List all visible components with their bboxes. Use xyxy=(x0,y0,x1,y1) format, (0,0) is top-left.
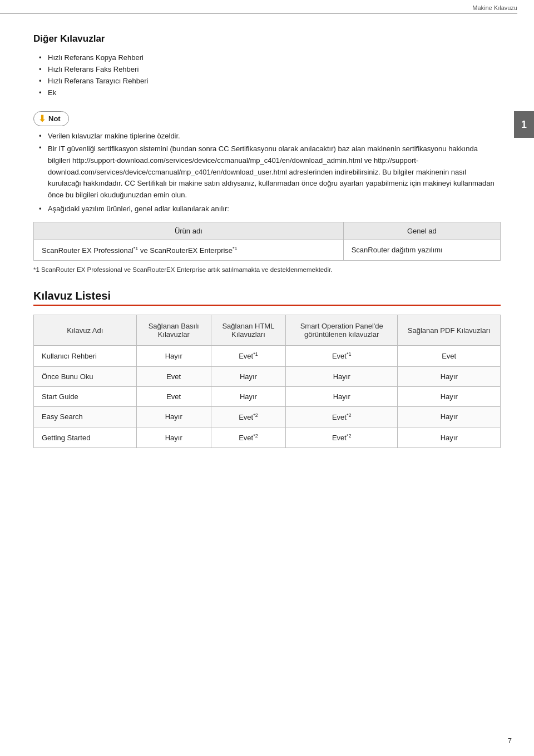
list-item: Ek xyxy=(39,88,501,97)
kilavuz-col4-2: Hayır xyxy=(398,386,501,406)
kilavuz-table: Kılavuz Adı Sağlanan Basılı Kılavuzlar S… xyxy=(33,315,501,448)
kilavuz-col2-1: Hayır xyxy=(211,366,285,386)
kilavuz-col1-2: Evet xyxy=(136,386,211,406)
note-icon: ⬇ xyxy=(38,113,46,124)
kilavuz-col4-1: Hayır xyxy=(398,366,501,386)
product-table: Ürün adı Genel ad ScanRouter EX Professi… xyxy=(33,222,501,261)
main-content: Diğer Kılavuzlar Hızlı Referans Kopya Re… xyxy=(33,22,501,448)
page-number-tab: 1 xyxy=(514,111,534,138)
table-row: Getting Started Hayır Evet*2 Evet*2 Hayı… xyxy=(34,427,501,447)
table-row: Kullanıcı Rehberi Hayır Evet*1 Evet*1 Ev… xyxy=(34,346,501,366)
note-box: ⬇ Not xyxy=(33,111,69,126)
table-row: Önce Bunu Oku Evet Hayır Hayır Hayır xyxy=(34,366,501,386)
table-row: Easy Search Hayır Evet*2 Evet*2 Hayır xyxy=(34,406,501,427)
kilavuz-col3-1: Hayır xyxy=(286,366,398,386)
kilavuz-col3-2: Hayır xyxy=(286,386,398,406)
table-row: ScanRouter EX Professional*1 ve ScanRout… xyxy=(34,240,501,260)
kilavuz-col4-0: Evet xyxy=(398,346,501,366)
note-label: Not xyxy=(48,115,61,123)
kilavuz-col-header-3: Smart Operation Panel'de görüntülenen kı… xyxy=(286,315,398,346)
kilavuz-col2-4: Evet*2 xyxy=(211,427,285,447)
kilavuz-col-header-2: Sağlanan HTML Kılavuzları xyxy=(211,315,285,346)
kilavuz-col4-3: Hayır xyxy=(398,406,501,427)
product-name: ScanRouter EX Professional*1 ve ScanRout… xyxy=(34,240,344,260)
footer-page-number: 7 xyxy=(508,737,512,745)
other-guides-list: Hızlı Referans Kopya Rehberi Hızlı Refer… xyxy=(33,53,501,97)
kilavuz-col-header-1: Sağlanan Basılı Kılavuzlar xyxy=(136,315,211,346)
kilavuz-col1-4: Hayır xyxy=(136,427,211,447)
list-item: Hızlı Referans Kopya Rehberi xyxy=(39,53,501,62)
note-bullet-2: Bir IT güvenliği sertifikasyon sistemini… xyxy=(39,143,501,201)
page-header: Makine Kılavuzu xyxy=(0,4,517,14)
kilavuz-col4-4: Hayır xyxy=(398,427,501,447)
kilavuz-name-0: Kullanıcı Rehberi xyxy=(34,346,137,366)
list-item: Hızlı Referans Faks Rehberi xyxy=(39,65,501,73)
kilavuz-col1-0: Hayır xyxy=(136,346,211,366)
product-footnote: *1 ScanRouter EX Professional ve ScanRou… xyxy=(33,266,501,273)
kilavuz-col3-0: Evet*1 xyxy=(286,346,398,366)
product-table-header-product: Ürün adı xyxy=(34,222,344,240)
kilavuz-name-3: Easy Search xyxy=(34,406,137,427)
kilavuz-section-title: Kılavuz Listesi xyxy=(33,290,111,302)
kilavuz-col3-3: Evet*2 xyxy=(286,406,398,427)
kilavuz-col1-3: Hayır xyxy=(136,406,211,427)
general-name: ScanRouter dağıtım yazılımı xyxy=(343,240,500,260)
kilavuz-header: Kılavuz Listesi xyxy=(33,290,501,306)
note-bullet-3: Aşağıdaki yazılım ürünleri, genel adlar … xyxy=(39,205,501,213)
kilavuz-col2-0: Evet*1 xyxy=(211,346,285,366)
page-number: 1 xyxy=(521,119,527,131)
list-item: Hızlı Referans Tarayıcı Rehberi xyxy=(39,77,501,85)
note-bullets: Verilen kılavuzlar makine tiplerine özel… xyxy=(33,132,501,213)
other-guides-title: Diğer Kılavuzlar xyxy=(33,33,501,44)
kilavuz-col2-2: Hayır xyxy=(211,386,285,406)
kilavuz-name-2: Start Guide xyxy=(34,386,137,406)
kilavuz-col3-4: Evet*2 xyxy=(286,427,398,447)
kilavuz-col1-1: Evet xyxy=(136,366,211,386)
kilavuz-col2-3: Evet*2 xyxy=(211,406,285,427)
kilavuz-section: Kılavuz Listesi Kılavuz Adı Sağlanan Bas… xyxy=(33,290,501,448)
table-row: Start Guide Evet Hayır Hayır Hayır xyxy=(34,386,501,406)
product-table-header-general: Genel ad xyxy=(343,222,500,240)
note-bullet-2-text: Bir IT güvenliği sertifikasyon sistemini… xyxy=(48,145,495,199)
note-bullet-1: Verilen kılavuzlar makine tiplerine özel… xyxy=(39,132,501,140)
page-footer: 7 xyxy=(508,737,512,745)
kilavuz-name-4: Getting Started xyxy=(34,427,137,447)
kilavuz-name-1: Önce Bunu Oku xyxy=(34,366,137,386)
kilavuz-col-header-4: Sağlanan PDF Kılavuzları xyxy=(398,315,501,346)
kilavuz-col-header-0: Kılavuz Adı xyxy=(34,315,137,346)
header-title: Makine Kılavuzu xyxy=(472,4,517,11)
